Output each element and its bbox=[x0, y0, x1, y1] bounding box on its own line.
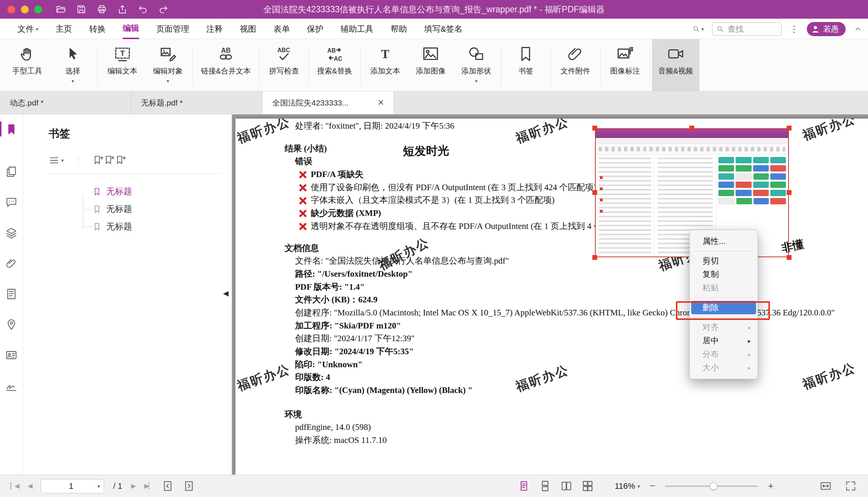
last-page-button[interactable]: ▶▏ bbox=[144, 482, 153, 490]
menu-file[interactable]: 文件 ▾ bbox=[18, 19, 38, 39]
context-menu-cut[interactable]: 剪切 ▸ bbox=[691, 254, 756, 268]
pages-panel-icon[interactable] bbox=[0, 161, 23, 182]
document-text-line: 修改日期: "2024/4/19 下午5:35" bbox=[235, 345, 868, 358]
layers-panel-icon[interactable] bbox=[0, 222, 23, 243]
tab-label: 无标题.pdf * bbox=[141, 98, 183, 108]
bookmark-list-menu-icon[interactable]: ▾ bbox=[48, 155, 64, 166]
facing-view-button[interactable] bbox=[560, 480, 573, 492]
selection-handle[interactable] bbox=[592, 126, 597, 130]
ribbon-tool-icon bbox=[616, 45, 634, 63]
edit-text-button[interactable]: 编辑文本 ▾ bbox=[100, 39, 145, 91]
zoom-level-dropdown[interactable]: 116% ▾ bbox=[615, 481, 640, 491]
hand-tool-button[interactable]: 手型工具 ▾ bbox=[4, 39, 50, 91]
context-menu-delete[interactable]: 删除 ▸ bbox=[691, 301, 756, 314]
destinations-panel-icon[interactable] bbox=[0, 314, 23, 335]
search-icon bbox=[692, 25, 700, 33]
digital-id-panel-icon[interactable] bbox=[0, 344, 23, 366]
bookmark-button[interactable]: 书签 ▾ bbox=[503, 39, 549, 91]
selection-handle[interactable] bbox=[787, 190, 792, 195]
selection-handle[interactable] bbox=[787, 255, 792, 260]
menu-edit[interactable]: 编辑 ▾ bbox=[123, 19, 139, 39]
next-page-button[interactable]: ▶ bbox=[131, 482, 135, 490]
add-bookmark-icon[interactable]: ▾ bbox=[93, 155, 104, 166]
add-text-button[interactable]: 添加文本 ▾ bbox=[363, 39, 408, 91]
pdf-page[interactable]: 处理者: "foxitnet", 日期: 2024/4/19 下午5:36 结果… bbox=[235, 119, 868, 475]
fullscreen-button[interactable] bbox=[845, 480, 857, 492]
add-shapes-button[interactable]: 添加形状 ▾ bbox=[454, 39, 499, 91]
image-annotation-button[interactable]: 图像标注 ▾ bbox=[602, 39, 648, 91]
link-join-text-button[interactable]: 链接&合并文本 ▾ bbox=[195, 39, 257, 91]
bookmark-item[interactable]: 无标题 bbox=[93, 218, 232, 235]
edit-object-button[interactable]: 编辑对象 ▾ bbox=[145, 39, 191, 91]
minimize-window-button[interactable] bbox=[21, 6, 29, 13]
collapse-ribbon-icon[interactable] bbox=[854, 25, 862, 33]
menu-comment[interactable]: 注释 ▾ bbox=[206, 19, 223, 39]
menu-fill-sign[interactable]: 填写&签名 ▾ bbox=[424, 19, 463, 39]
close-window-button[interactable] bbox=[7, 6, 15, 13]
more-options-icon[interactable]: ⋮ bbox=[790, 24, 799, 34]
context-menu-copy[interactable]: 复制 ▸ bbox=[691, 268, 756, 281]
add-image-button[interactable]: 添加图像 ▾ bbox=[408, 39, 454, 91]
maximize-window-button[interactable] bbox=[34, 6, 42, 13]
search-replace-button[interactable]: 搜索&替换 ▾ bbox=[311, 39, 358, 91]
zoom-out-button[interactable]: − bbox=[650, 480, 655, 492]
articles-panel-icon[interactable] bbox=[0, 283, 23, 305]
next-view-button[interactable] bbox=[183, 480, 195, 492]
open-file-icon[interactable] bbox=[56, 4, 66, 15]
context-menu-center[interactable]: 居中 ▸ bbox=[691, 334, 756, 347]
selection-handle[interactable] bbox=[592, 190, 597, 195]
close-icon[interactable]: × bbox=[378, 98, 384, 108]
share-icon[interactable] bbox=[117, 4, 128, 15]
tab-dongtai[interactable]: 动态.pdf * × bbox=[0, 91, 131, 114]
previous-view-button[interactable] bbox=[162, 480, 174, 492]
select-button[interactable]: 选择 ▾ bbox=[50, 39, 95, 91]
menu-page-management[interactable]: 页面管理 ▾ bbox=[156, 19, 189, 39]
bookmarks-panel-icon[interactable] bbox=[0, 118, 23, 140]
selection-handle[interactable] bbox=[787, 126, 792, 130]
tab-untitled[interactable]: 无标题.pdf * × bbox=[131, 91, 263, 114]
page-number-box[interactable]: ▾ bbox=[41, 479, 104, 493]
zoom-in-button[interactable]: + bbox=[768, 480, 774, 492]
single-page-view-button[interactable] bbox=[518, 480, 530, 492]
menu-protect[interactable]: 保护 ▾ bbox=[307, 19, 323, 39]
file-attachment-button[interactable]: 文件附件 ▾ bbox=[553, 39, 598, 91]
redo-icon[interactable] bbox=[158, 4, 169, 15]
fit-width-button[interactable] bbox=[820, 480, 832, 492]
menu-home[interactable]: 主页 ▾ bbox=[56, 19, 72, 39]
page-number-input[interactable] bbox=[45, 481, 97, 491]
continuous-facing-view-button[interactable] bbox=[582, 480, 594, 492]
collapse-panel-button[interactable]: ◀ bbox=[223, 289, 229, 298]
previous-page-button[interactable]: ◀ bbox=[28, 482, 32, 490]
undo-icon[interactable] bbox=[138, 4, 148, 15]
spell-check-button[interactable]: 拼写检查 ▾ bbox=[261, 39, 307, 91]
attachments-panel-icon[interactable] bbox=[0, 252, 23, 274]
page-dropdown-icon[interactable]: ▾ bbox=[97, 483, 100, 489]
audio-video-button[interactable]: 音频&视频 ▾ bbox=[652, 39, 699, 91]
tab-current[interactable]: 全国法院失4233333... × bbox=[263, 91, 394, 114]
selection-handle[interactable] bbox=[689, 126, 694, 130]
search-options-button[interactable]: ▾ bbox=[692, 25, 704, 33]
expand-bookmark-icon[interactable]: ▾ bbox=[115, 155, 126, 166]
find-searchbox[interactable] bbox=[712, 22, 781, 36]
menu-form[interactable]: 表单 ▾ bbox=[273, 19, 290, 39]
comments-panel-icon[interactable] bbox=[0, 191, 23, 213]
menu-help[interactable]: 帮助 ▾ bbox=[391, 19, 407, 39]
signatures-panel-icon[interactable] bbox=[0, 375, 23, 396]
save-icon[interactable] bbox=[76, 4, 87, 15]
delete-bookmark-icon[interactable]: ▾ bbox=[104, 155, 115, 166]
bookmark-item[interactable]: 无标题 bbox=[93, 183, 232, 200]
context-menu-properties[interactable]: 属性... ▸ bbox=[691, 235, 756, 248]
menu-accessibility[interactable]: 辅助工具 ▾ bbox=[341, 19, 373, 39]
first-page-button[interactable]: ▏◀ bbox=[10, 482, 19, 490]
zoom-slider-knob[interactable] bbox=[709, 482, 717, 490]
menu-convert[interactable]: 转换 ▾ bbox=[89, 19, 106, 39]
print-icon[interactable] bbox=[97, 4, 107, 15]
continuous-view-button[interactable] bbox=[539, 480, 551, 492]
menu-view[interactable]: 视图 ▾ bbox=[240, 19, 256, 39]
bookmark-item[interactable]: 无标题 bbox=[93, 200, 232, 218]
zoom-slider[interactable] bbox=[665, 485, 758, 487]
find-input[interactable] bbox=[727, 24, 773, 34]
user-account-button[interactable]: 若愚 bbox=[807, 22, 846, 36]
selection-handle[interactable] bbox=[592, 255, 597, 260]
error-icon bbox=[299, 222, 307, 230]
